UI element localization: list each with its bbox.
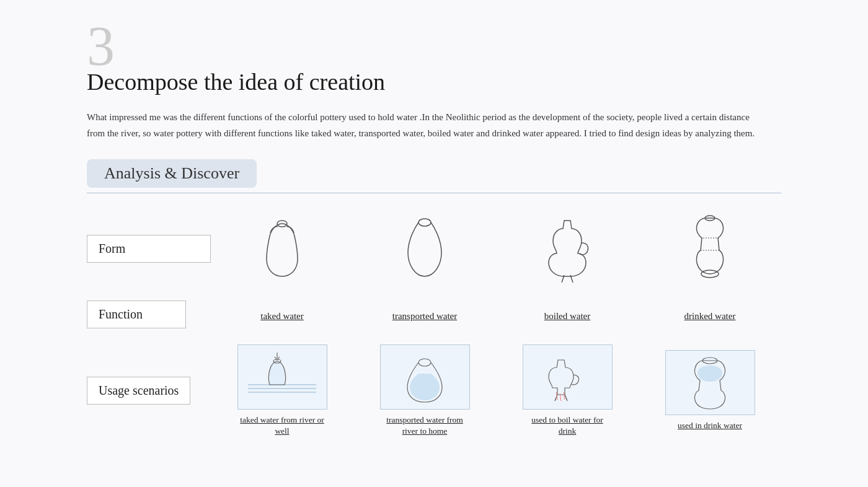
usage-label-cell: Usage scenarios xyxy=(87,367,211,415)
description-text: What impressed me was the different func… xyxy=(87,109,769,142)
pottery-form-drinked-icon xyxy=(688,213,732,284)
scene-drinked-icon xyxy=(673,354,747,410)
step-number: 3 xyxy=(87,19,781,74)
analysis-badge: Analysis & Discover xyxy=(87,159,257,188)
form-label: Form xyxy=(87,235,211,263)
usage-cell-drinked: used in drink water xyxy=(639,344,781,438)
scene-box-taked xyxy=(237,344,327,410)
svg-point-13 xyxy=(418,359,431,366)
scene-box-transported xyxy=(380,344,470,410)
usage-cell-taked: taked water from river or well xyxy=(211,338,353,444)
pottery-cell-drinked xyxy=(639,207,781,291)
function-drinked-label: drinked water xyxy=(684,311,736,322)
function-label: Function xyxy=(87,301,186,328)
scene-box-drinked xyxy=(665,350,755,415)
function-taked-label: taked water xyxy=(260,311,304,322)
usage-cell-boiled: used to boil water for drink xyxy=(496,338,639,444)
function-cell-boiled: boiled water xyxy=(496,301,639,328)
scene-taked-icon xyxy=(245,349,319,405)
pottery-form-transported-icon xyxy=(397,214,453,283)
svg-line-15 xyxy=(565,395,567,401)
function-cell-drinked: drinked water xyxy=(639,301,781,328)
function-label-cell: Function xyxy=(87,291,211,338)
scene-boiled-label: used to boil water for drink xyxy=(524,415,611,438)
function-boiled-label: boiled water xyxy=(544,311,591,322)
scene-box-boiled xyxy=(523,344,613,410)
usage-label: Usage scenarios xyxy=(87,377,190,405)
pottery-form-boiled-icon xyxy=(539,213,595,284)
usage-cell-transported: transported water from river to home xyxy=(353,338,496,444)
pottery-form-taked-icon xyxy=(254,214,310,283)
scene-taked-label: taked water from river or well xyxy=(239,415,326,438)
pottery-cell-boiled xyxy=(496,207,639,291)
function-transported-label: transported water xyxy=(392,311,458,322)
scene-transported-label: transported water from river to home xyxy=(381,415,468,438)
pottery-cell-taked xyxy=(211,208,353,289)
scene-boiled-icon xyxy=(530,349,604,405)
scene-transported-icon xyxy=(388,349,462,405)
scene-drinked-label: used in drink water xyxy=(678,420,742,432)
page-title: Decompose the idea of creation xyxy=(87,68,781,95)
divider xyxy=(87,193,781,193)
function-cell-transported: transported water xyxy=(353,301,496,328)
svg-point-1 xyxy=(418,219,431,226)
pottery-cell-transported xyxy=(353,208,496,289)
function-cell-taked: taked water xyxy=(211,301,353,328)
